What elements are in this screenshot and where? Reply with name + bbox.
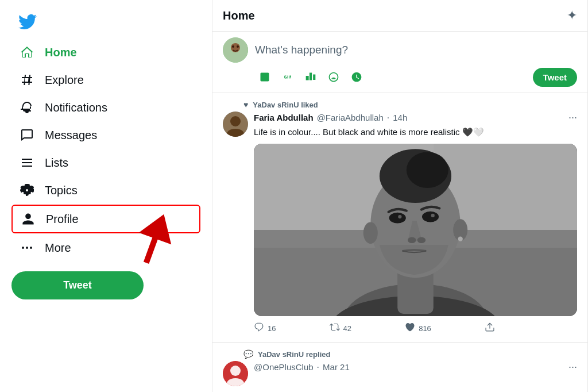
- tweet-header: Faria Abdullah @FariaAbdhullah · 14h ···: [254, 112, 577, 124]
- tweet-body: Faria Abdullah @FariaAbdhullah · 14h ···…: [223, 112, 577, 335]
- sidebar-item-home-label: Home: [45, 46, 77, 59]
- retweet-count: 42: [343, 324, 351, 333]
- compose-area: What's happening? Tweet: [212, 32, 587, 93]
- sidebar-item-notifications[interactable]: Notifications: [11, 94, 200, 121]
- preview-avatar-image: [223, 361, 248, 386]
- sidebar-item-notifications-label: Notifications: [45, 101, 107, 114]
- preview-tweet-content: @OnePlusClub · Mar 21 ···: [254, 361, 577, 386]
- svg-point-27: [408, 237, 416, 243]
- main-header: Home ✦: [212, 0, 587, 32]
- tweet-card-preview: 💬 YaDav sRinU replied @OnePlusClub ·: [212, 343, 587, 392]
- svg-point-28: [417, 237, 426, 243]
- svg-point-30: [230, 366, 241, 376]
- tweet-content: Faria Abdullah @FariaAbdhullah · 14h ···…: [254, 112, 577, 335]
- replied-by-banner: 💬 YaDav sRinU replied: [223, 349, 577, 359]
- sidebar: Home Explore Notifications Messages List…: [0, 0, 212, 392]
- sidebar-item-lists-label: Lists: [45, 156, 68, 170]
- preview-tweet-body: @OnePlusClub · Mar 21 ···: [223, 361, 577, 386]
- gif-icon[interactable]: [278, 67, 297, 87]
- poll-icon[interactable]: [301, 67, 320, 87]
- svg-point-26: [431, 214, 435, 217]
- home-icon: [20, 45, 34, 60]
- svg-point-23: [389, 213, 406, 224]
- reply-action[interactable]: 16: [254, 322, 276, 335]
- tweet-more-icon[interactable]: ···: [568, 112, 577, 124]
- tweet-button[interactable]: Tweet: [11, 271, 144, 299]
- svg-point-7: [237, 45, 239, 48]
- bell-icon: [20, 100, 34, 115]
- tweet-author-avatar[interactable]: [223, 112, 248, 137]
- liked-by-text: YaDav sRinU liked: [253, 101, 318, 109]
- more-circle-icon: [20, 240, 34, 255]
- share-icon: [485, 322, 495, 335]
- preview-more-icon[interactable]: ···: [568, 361, 577, 373]
- twitter-logo[interactable]: [16, 10, 39, 33]
- share-action[interactable]: [485, 322, 495, 335]
- svg-point-19: [407, 152, 448, 188]
- tweet-actions: 16 42 816: [254, 322, 495, 335]
- preview-tweet-user: @OnePlusClub · Mar 21: [254, 362, 350, 372]
- preview-author-handle: @OnePlusClub: [254, 362, 314, 372]
- emoji-icon[interactable]: [324, 67, 343, 87]
- svg-point-6: [232, 45, 234, 48]
- tweet-image: [254, 144, 577, 316]
- tweet-photo: [254, 144, 577, 316]
- sidebar-item-lists[interactable]: Lists: [11, 149, 200, 176]
- main-content: Home ✦ What's happening?: [212, 0, 588, 392]
- like-action[interactable]: 816: [405, 322, 431, 335]
- author-avatar-image: [223, 112, 248, 137]
- sidebar-item-more[interactable]: More: [11, 235, 200, 261]
- tweet-user-info: Faria Abdullah @FariaAbdhullah · 14h: [254, 113, 407, 123]
- sparkle-icon[interactable]: ✦: [567, 8, 577, 23]
- reply-bubble-icon: 💬: [243, 349, 253, 359]
- retweet-icon: [330, 322, 340, 335]
- list-icon: [20, 155, 34, 170]
- preview-tweet-avatar: [223, 361, 248, 386]
- svg-point-22: [458, 236, 463, 241]
- compose-avatar-image: [223, 37, 248, 63]
- svg-point-9: [230, 116, 241, 126]
- retweet-action[interactable]: 42: [330, 322, 351, 335]
- tweet-feed: ♥ YaDav sRinU liked Faria Abdullah @Fa: [212, 93, 587, 392]
- like-count: 816: [419, 324, 431, 333]
- svg-point-24: [422, 212, 439, 222]
- tweet-author-handle: @FariaAbdhullah: [317, 113, 384, 122]
- tweet-text: Life is in colour.... But black and whit…: [254, 126, 577, 138]
- replied-by-text: YaDav sRinU replied: [258, 350, 330, 359]
- compose-icon-group: [255, 67, 366, 87]
- twitter-bird-icon: [18, 13, 37, 31]
- image-upload-icon[interactable]: [255, 67, 274, 87]
- preview-tweet-header: @OnePlusClub · Mar 21 ···: [254, 361, 577, 373]
- preview-tweet-time: Mar 21: [323, 362, 350, 372]
- page-title: Home: [223, 9, 255, 22]
- hash-icon: [20, 72, 34, 87]
- liked-by-banner: ♥ YaDav sRinU liked: [223, 100, 577, 109]
- topics-icon: [20, 183, 34, 198]
- sidebar-item-topics-label: Topics: [45, 184, 78, 197]
- reply-icon: [254, 322, 264, 335]
- compose-actions: Tweet: [223, 67, 577, 87]
- envelope-icon: [20, 128, 34, 143]
- sidebar-item-messages[interactable]: Messages: [11, 122, 200, 148]
- compose-placeholder[interactable]: What's happening?: [255, 44, 577, 56]
- compose-avatar: [223, 37, 248, 63]
- schedule-icon[interactable]: [347, 67, 366, 87]
- tweet-timestamp: 14h: [393, 113, 407, 122]
- sidebar-item-profile[interactable]: Profile: [11, 205, 200, 233]
- reply-count: 16: [268, 324, 276, 333]
- svg-point-2: [30, 247, 32, 249]
- sidebar-item-explore[interactable]: Explore: [11, 67, 200, 93]
- svg-point-21: [363, 222, 378, 244]
- sidebar-item-messages-label: Messages: [45, 129, 97, 142]
- svg-point-0: [22, 247, 24, 249]
- heart-like-icon: [405, 322, 415, 335]
- tweet-author-name: Faria Abdullah: [254, 113, 314, 122]
- svg-point-25: [398, 215, 401, 218]
- sidebar-item-profile-label: Profile: [46, 213, 79, 226]
- heart-icon: ♥: [243, 100, 248, 109]
- sidebar-item-topics[interactable]: Topics: [11, 177, 200, 203]
- user-icon: [21, 212, 36, 226]
- sidebar-item-more-label: More: [45, 241, 71, 255]
- sidebar-item-home[interactable]: Home: [11, 39, 200, 66]
- tweet-post-button[interactable]: Tweet: [533, 68, 577, 87]
